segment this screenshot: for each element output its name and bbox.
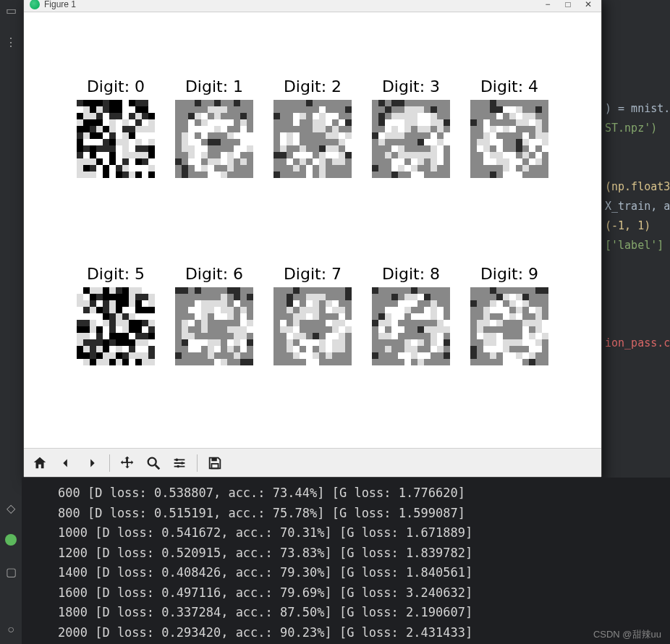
terminal-line: 1400 [D loss: 0.408426, acc.: 79.30%] [G… (58, 565, 472, 580)
digit-title: Digit: 5 (87, 265, 145, 283)
digit-title: Digit: 6 (185, 265, 243, 283)
digit-image-6 (175, 287, 253, 365)
digit-cell-0: Digit: 0 (74, 77, 158, 178)
code-line: ['label'] (605, 239, 663, 252)
digit-cell-1: Digit: 1 (172, 77, 256, 178)
home-icon[interactable] (30, 453, 50, 473)
digit-title: Digit: 8 (382, 265, 440, 283)
pan-icon[interactable] (117, 453, 137, 473)
window-maximize-button[interactable]: □ (561, 0, 575, 10)
svg-point-2 (176, 458, 179, 461)
code-line: ) = mnist. (605, 102, 670, 115)
window-minimize-button[interactable]: − (540, 0, 555, 10)
matplotlib-icon (30, 0, 40, 9)
terminal-line: 1200 [D loss: 0.520915, acc.: 73.83%] [G… (58, 546, 472, 560)
code-line: X_train, a (605, 200, 670, 213)
digit-title: Digit: 2 (284, 77, 342, 96)
figure-canvas: Digit: 0 Digit: 1 Digit: 2 Digit: 3 Digi… (24, 12, 601, 448)
svg-rect-6 (211, 463, 218, 467)
digit-cell-7: Digit: 7 (271, 265, 355, 365)
digit-cell-3: Digit: 3 (369, 77, 453, 178)
terminal-output[interactable]: 600 [D loss: 0.538807, acc.: 73.44%] [G … (22, 478, 670, 644)
svg-point-0 (148, 457, 156, 465)
digit-title: Digit: 1 (185, 77, 243, 96)
figure-title: Figure 1 (44, 0, 76, 9)
code-line: (np.float3 (605, 180, 670, 193)
terminal-line: 1000 [D loss: 0.541672, acc.: 70.31%] [G… (58, 525, 472, 540)
figure-toolbar (24, 448, 601, 477)
digit-image-7 (273, 287, 352, 365)
digit-image-8 (372, 287, 450, 365)
structure-icon[interactable]: ⋮ (4, 35, 18, 49)
digit-image-3 (372, 100, 450, 178)
digit-image-0 (77, 100, 155, 178)
digit-cell-6: Digit: 6 (172, 265, 256, 365)
problems-icon[interactable]: ○ (4, 622, 18, 637)
code-peek: ) = mnist. ST.npz') (np.float3 X_train, … (605, 80, 670, 373)
terminal-line: 800 [D loss: 0.515191, acc.: 75.78%] [G … (58, 506, 465, 520)
terminal-line: 600 [D loss: 0.538807, acc.: 73.44%] [G … (58, 486, 465, 500)
digit-cell-2: Digit: 2 (271, 77, 355, 178)
svg-point-3 (181, 462, 184, 465)
digits-grid: Digit: 0 Digit: 1 Digit: 2 Digit: 3 Digi… (74, 77, 551, 365)
terminal-line: 1600 [D loss: 0.497116, acc.: 79.69%] [G… (58, 585, 472, 600)
svg-point-4 (177, 465, 179, 467)
configure-subplots-icon[interactable] (169, 453, 190, 473)
window-close-button[interactable]: ✕ (581, 0, 595, 10)
digit-image-9 (470, 287, 548, 365)
forward-icon[interactable] (82, 453, 102, 473)
digit-image-4 (470, 100, 548, 178)
terminal-rail-icon[interactable]: ▢ (4, 564, 18, 579)
digit-image-5 (77, 287, 155, 365)
figure-titlebar[interactable]: Figure 1 − □ ✕ (24, 0, 601, 12)
figure-window: Figure 1 − □ ✕ Digit: 0 Digit: 1 Digit: … (23, 0, 602, 478)
run-icon[interactable]: ◇ (4, 501, 18, 515)
code-line: ion_pass.c (605, 336, 670, 349)
terminal-line: 2000 [D loss: 0.293420, acc.: 90.23%] [G… (58, 625, 472, 640)
digit-cell-4: Digit: 4 (467, 77, 551, 178)
ide-left-rail: ▭ ⋮ ◇ ▢ ○ (0, 0, 22, 644)
toolbar-separator (197, 454, 198, 472)
digit-cell-8: Digit: 8 (369, 265, 453, 365)
code-line: ST.npz') (605, 122, 657, 135)
digit-image-2 (273, 100, 352, 178)
digit-image-1 (175, 100, 253, 178)
git-icon[interactable] (4, 533, 18, 547)
digit-cell-5: Digit: 5 (74, 265, 158, 365)
terminal-line: 1800 [D loss: 0.337284, acc.: 87.50%] [G… (58, 605, 472, 619)
save-icon[interactable] (205, 453, 225, 473)
watermark: CSDN @甜辣uu (593, 628, 661, 641)
project-icon[interactable]: ▭ (4, 3, 18, 17)
digit-title: Digit: 7 (284, 265, 342, 283)
digit-title: Digit: 0 (87, 77, 145, 96)
digit-cell-9: Digit: 9 (467, 265, 551, 365)
digit-title: Digit: 4 (480, 77, 538, 96)
back-icon[interactable] (56, 453, 76, 473)
digit-title: Digit: 3 (382, 77, 440, 96)
code-line: (-1, 1) (605, 219, 650, 232)
zoom-icon[interactable] (143, 453, 164, 473)
svg-rect-5 (211, 457, 216, 461)
digit-title: Digit: 9 (480, 265, 538, 283)
svg-line-1 (156, 465, 160, 469)
toolbar-separator (109, 454, 110, 472)
